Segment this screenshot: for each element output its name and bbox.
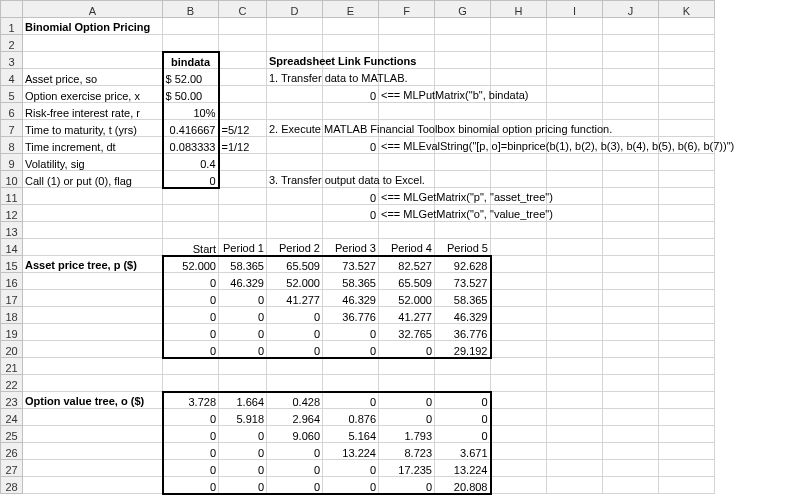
value-tree-cell[interactable]: 0 bbox=[435, 392, 491, 409]
increment-formula[interactable]: =1/12 bbox=[219, 137, 267, 154]
row-24[interactable]: 24 bbox=[1, 409, 23, 426]
page-title[interactable]: Binomial Option Pricing bbox=[23, 18, 163, 35]
step1-call[interactable]: <== MLPutMatrix("b", bindata) bbox=[379, 86, 435, 103]
value-tree-cell[interactable]: 0 bbox=[163, 426, 219, 443]
value-tree-cell[interactable]: 0 bbox=[323, 477, 379, 494]
row-21[interactable]: 21 bbox=[1, 358, 23, 375]
asset-tree-cell[interactable]: 0 bbox=[267, 341, 323, 358]
col-I[interactable]: I bbox=[547, 1, 603, 18]
asset-tree-cell[interactable]: 52.000 bbox=[267, 273, 323, 290]
asset-tree-cell[interactable]: 0 bbox=[267, 307, 323, 324]
asset-tree-cell[interactable]: 73.527 bbox=[435, 273, 491, 290]
asset-tree-cell[interactable]: 29.192 bbox=[435, 341, 491, 358]
asset-tree-cell[interactable]: 0 bbox=[163, 341, 219, 358]
step2-text[interactable]: 2. Execute MATLAB Financial Toolbox bino… bbox=[267, 120, 323, 137]
row-13[interactable]: 13 bbox=[1, 222, 23, 239]
asset-tree-cell[interactable]: 36.776 bbox=[323, 307, 379, 324]
asset-tree-cell[interactable]: 46.329 bbox=[435, 307, 491, 324]
value-tree-cell[interactable]: 0 bbox=[219, 426, 267, 443]
step3b-result[interactable]: 0 bbox=[323, 205, 379, 222]
asset-tree-cell[interactable]: 52.000 bbox=[379, 290, 435, 307]
vol-label[interactable]: Volatility, sig bbox=[23, 154, 163, 171]
row-22[interactable]: 22 bbox=[1, 375, 23, 392]
row-17[interactable]: 17 bbox=[1, 290, 23, 307]
value-tree-cell[interactable]: 0 bbox=[219, 477, 267, 494]
maturity-value[interactable]: 0.416667 bbox=[163, 120, 219, 137]
row-5[interactable]: 5 bbox=[1, 86, 23, 103]
asset-tree-cell[interactable]: 46.329 bbox=[219, 273, 267, 290]
value-tree-cell[interactable]: 0 bbox=[163, 477, 219, 494]
period-4[interactable]: Period 4 bbox=[379, 239, 435, 256]
step3b-call[interactable]: <== MLGetMatrix("o", "value_tree") bbox=[379, 205, 435, 222]
value-tree-cell[interactable]: 1.793 bbox=[379, 426, 435, 443]
value-tree-cell[interactable]: 0 bbox=[219, 460, 267, 477]
asset-tree-label[interactable]: Asset price tree, p ($) bbox=[23, 256, 163, 273]
value-tree-cell[interactable]: 0 bbox=[323, 460, 379, 477]
value-tree-cell[interactable]: 1.664 bbox=[219, 392, 267, 409]
value-tree-cell[interactable]: 0 bbox=[219, 443, 267, 460]
value-tree-cell[interactable]: 0 bbox=[267, 460, 323, 477]
asset-tree-cell[interactable]: 65.509 bbox=[267, 256, 323, 273]
increment-value[interactable]: 0.083333 bbox=[163, 137, 219, 154]
increment-label[interactable]: Time increment, dt bbox=[23, 137, 163, 154]
value-tree-cell[interactable]: 0 bbox=[379, 477, 435, 494]
value-tree-cell[interactable]: 0 bbox=[267, 443, 323, 460]
maturity-formula[interactable]: =5/12 bbox=[219, 120, 267, 137]
value-tree-cell[interactable]: 0.428 bbox=[267, 392, 323, 409]
asset-tree-cell[interactable]: 32.765 bbox=[379, 324, 435, 341]
value-tree-cell[interactable]: 0.876 bbox=[323, 409, 379, 426]
asset-tree-cell[interactable]: 58.365 bbox=[323, 273, 379, 290]
rate-value[interactable]: 10% bbox=[163, 103, 219, 120]
asset-tree-cell[interactable]: 58.365 bbox=[219, 256, 267, 273]
row-2[interactable]: 2 bbox=[1, 35, 23, 52]
row-15[interactable]: 15 bbox=[1, 256, 23, 273]
flag-value[interactable]: 0 bbox=[163, 171, 219, 188]
row-27[interactable]: 27 bbox=[1, 460, 23, 477]
value-tree-cell[interactable]: 3.728 bbox=[163, 392, 219, 409]
col-K[interactable]: K bbox=[659, 1, 715, 18]
exercise-label[interactable]: Option exercise price, x bbox=[23, 86, 163, 103]
col-G[interactable]: G bbox=[435, 1, 491, 18]
vol-value[interactable]: 0.4 bbox=[163, 154, 219, 171]
value-tree-cell[interactable]: 3.671 bbox=[435, 443, 491, 460]
row-9[interactable]: 9 bbox=[1, 154, 23, 171]
asset-tree-cell[interactable]: 0 bbox=[219, 341, 267, 358]
asset-tree-cell[interactable]: 0 bbox=[163, 324, 219, 341]
value-tree-cell[interactable]: 2.964 bbox=[267, 409, 323, 426]
asset-tree-cell[interactable]: 41.277 bbox=[379, 307, 435, 324]
col-E[interactable]: E bbox=[323, 1, 379, 18]
value-tree-label[interactable]: Option value tree, o ($) bbox=[23, 392, 163, 409]
row-28[interactable]: 28 bbox=[1, 477, 23, 494]
row-4[interactable]: 4 bbox=[1, 69, 23, 86]
functions-title[interactable]: Spreadsheet Link Functions bbox=[267, 52, 323, 69]
step3a-result[interactable]: 0 bbox=[323, 188, 379, 205]
asset-tree-cell[interactable]: 52.000 bbox=[163, 256, 219, 273]
row-14[interactable]: 14 bbox=[1, 239, 23, 256]
asset-tree-cell[interactable]: 82.527 bbox=[379, 256, 435, 273]
asset-tree-cell[interactable]: 0 bbox=[219, 290, 267, 307]
col-J[interactable]: J bbox=[603, 1, 659, 18]
asset-tree-cell[interactable]: 73.527 bbox=[323, 256, 379, 273]
value-tree-cell[interactable]: 17.235 bbox=[379, 460, 435, 477]
step1-text[interactable]: 1. Transfer data to MATLAB. bbox=[267, 69, 323, 86]
asset-tree-cell[interactable]: 41.277 bbox=[267, 290, 323, 307]
row-12[interactable]: 12 bbox=[1, 205, 23, 222]
asset-tree-cell[interactable]: 0 bbox=[323, 324, 379, 341]
row-25[interactable]: 25 bbox=[1, 426, 23, 443]
col-B[interactable]: B bbox=[163, 1, 219, 18]
asset-price-label[interactable]: Asset price, so bbox=[23, 69, 163, 86]
asset-tree-cell[interactable]: 58.365 bbox=[435, 290, 491, 307]
step3a-call[interactable]: <== MLGetMatrix("p", "asset_tree") bbox=[379, 188, 435, 205]
value-tree-cell[interactable]: 0 bbox=[163, 460, 219, 477]
rate-label[interactable]: Risk-free interest rate, r bbox=[23, 103, 163, 120]
value-tree-cell[interactable]: 0 bbox=[379, 409, 435, 426]
row-26[interactable]: 26 bbox=[1, 443, 23, 460]
asset-tree-cell[interactable]: 0 bbox=[219, 324, 267, 341]
asset-tree-cell[interactable]: 92.628 bbox=[435, 256, 491, 273]
row-8[interactable]: 8 bbox=[1, 137, 23, 154]
row-6[interactable]: 6 bbox=[1, 103, 23, 120]
step1-result[interactable]: 0 bbox=[323, 86, 379, 103]
row-3[interactable]: 3 bbox=[1, 52, 23, 69]
period-2[interactable]: Period 2 bbox=[267, 239, 323, 256]
value-tree-cell[interactable]: 0 bbox=[379, 392, 435, 409]
